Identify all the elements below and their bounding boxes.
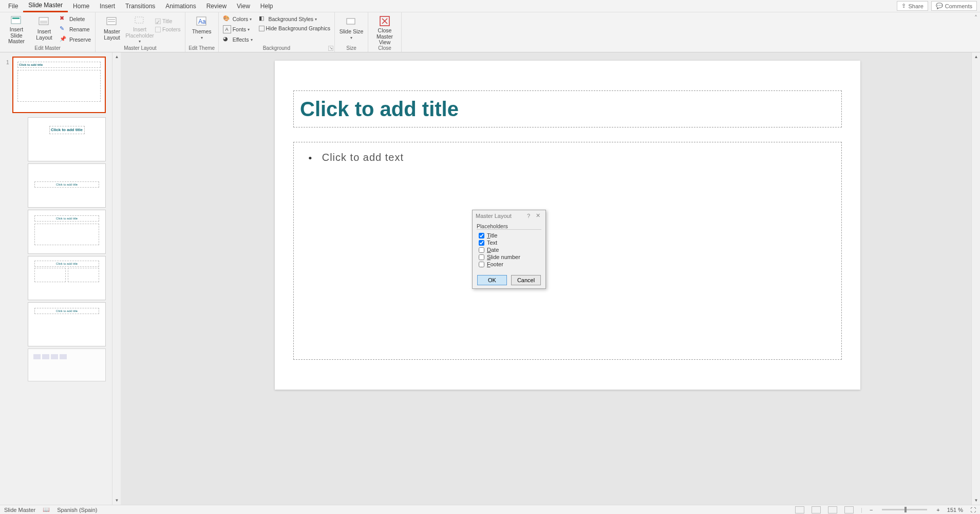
tab-help[interactable]: Help (255, 1, 278, 12)
checkbox-icon[interactable] (479, 247, 484, 253)
thumb-title-ph: Click to add title (34, 308, 99, 314)
group-label: Close (371, 44, 398, 52)
view-slideshow-button[interactable] (844, 506, 854, 513)
zoom-slider[interactable] (882, 509, 927, 510)
share-button[interactable]: ⇪Share (897, 1, 928, 11)
delete-icon: ✖ (60, 15, 68, 23)
group-label: Master Layout (99, 44, 182, 52)
checkbox-icon[interactable] (479, 233, 484, 238)
slide-size-button[interactable]: Slide Size▾ (338, 14, 365, 44)
tab-view[interactable]: View (232, 1, 255, 12)
comments-button[interactable]: 💬Comments (931, 1, 977, 11)
view-normal-button[interactable] (795, 506, 804, 513)
spellcheck-icon[interactable]: 📖 (43, 506, 50, 513)
status-language[interactable]: Spanish (Spain) (57, 507, 97, 513)
status-bar: Slide Master 📖 Spanish (Spain) | − + 151… (0, 505, 980, 514)
checkbox-text[interactable]: Text (477, 239, 541, 246)
dialog-close-button[interactable]: ✕ (533, 212, 542, 219)
slide-master-canvas[interactable]: Click to add title Click to add text (275, 61, 860, 390)
checkbox-icon[interactable] (479, 254, 484, 260)
master-layout-button[interactable]: Master Layout (99, 14, 125, 44)
delete-button[interactable]: ✖Delete (59, 14, 92, 24)
effects-icon: ◕ (223, 35, 231, 44)
tab-transitions[interactable]: Transitions (120, 1, 160, 12)
dialog-help-button[interactable]: ? (524, 213, 533, 219)
panel-scrollbar[interactable]: ▲ ▼ (112, 52, 121, 505)
preserve-button[interactable]: 📌Preserve (59, 35, 92, 44)
hide-bg-checkbox[interactable]: Hide Background Graphics (258, 25, 331, 32)
collapse-ribbon-button[interactable]: ˄ (972, 12, 980, 52)
tab-file[interactable]: File (3, 1, 23, 12)
slide-workspace[interactable]: Click to add title Click to add text Mas… (121, 52, 971, 505)
zoom-in-button[interactable]: + (936, 507, 939, 513)
insert-layout-button[interactable]: Insert Layout (31, 14, 58, 44)
checkbox-title[interactable]: Title (477, 232, 541, 239)
checkbox-date[interactable]: Date (477, 246, 541, 253)
insert-slide-master-button[interactable]: Insert Slide Master (3, 14, 30, 44)
workspace-scrollbar[interactable]: ▲ ▼ (971, 52, 980, 505)
tab-home[interactable]: Home (68, 1, 95, 12)
dialog-title: Master Layout (476, 213, 524, 219)
rename-button[interactable]: ✎Rename (59, 25, 92, 34)
layout-thumbnail[interactable]: Click to add title (28, 210, 106, 254)
title-placeholder[interactable]: Click to add title (293, 90, 842, 127)
zoom-level[interactable]: 151 % (947, 507, 963, 513)
checkbox-slide-number[interactable]: Slide number (477, 253, 541, 261)
fit-to-window-button[interactable]: ⛶ (970, 507, 976, 513)
insert-slide-master-icon (10, 15, 23, 26)
group-size: Slide Size▾ Size (335, 12, 368, 52)
tab-animations[interactable]: Animations (160, 1, 201, 12)
thumb-body-ph (34, 268, 66, 282)
group-close: Close Master View Close (368, 12, 402, 52)
thumb-body-ph (68, 268, 99, 282)
checkbox-icon[interactable] (479, 262, 484, 267)
master-number: 1 (6, 60, 9, 65)
group-label: Edit Master (3, 44, 92, 52)
scroll-down-icon[interactable]: ▼ (112, 496, 121, 505)
colors-icon: 🎨 (223, 15, 231, 23)
title-checkbox[interactable]: ✓Title (154, 17, 182, 25)
svg-rect-3 (40, 21, 47, 24)
thumb-title-ph: Click to add title (34, 181, 99, 188)
tab-insert[interactable]: Insert (95, 1, 120, 12)
preserve-icon: 📌 (60, 35, 68, 44)
layout-thumbnail[interactable]: Click to add title (28, 302, 106, 346)
colors-button[interactable]: 🎨Colors ▾ (222, 14, 254, 24)
tab-review[interactable]: Review (201, 1, 232, 12)
body-placeholder[interactable]: Click to add text (293, 142, 842, 360)
thumb-title-ph: Click to add title (34, 215, 99, 222)
footers-checkbox[interactable]: Footers (154, 26, 182, 33)
group-label: Edit Theme (189, 44, 215, 52)
thumb-body-ph (60, 354, 67, 359)
fonts-button[interactable]: AFonts ▾ (222, 25, 254, 34)
layout-thumbnail[interactable]: Click to add title (28, 163, 106, 208)
ok-button[interactable]: OK (477, 275, 507, 285)
checkbox-icon[interactable] (479, 240, 484, 246)
group-label: Size (338, 44, 365, 52)
master-thumbnail[interactable]: 1 Click to add title (12, 57, 106, 113)
background-styles-button[interactable]: ◧Background Styles ▾ (258, 14, 331, 24)
dialog-titlebar[interactable]: Master Layout ? ✕ (473, 210, 545, 221)
zoom-out-button[interactable]: − (870, 507, 873, 513)
themes-button[interactable]: Aa Themes▾ (189, 14, 215, 44)
checkbox-footer[interactable]: Footer (477, 261, 541, 268)
close-master-button[interactable]: Close Master View (371, 14, 398, 44)
dialog-launcher[interactable]: ↘ (328, 46, 333, 51)
group-label: Background (222, 44, 331, 52)
cancel-button[interactable]: Cancel (511, 275, 541, 285)
scroll-up-icon[interactable]: ▲ (972, 52, 980, 61)
thumb-title-ph: Click to add title (34, 261, 99, 267)
scroll-up-icon[interactable]: ▲ (112, 52, 121, 61)
layout-thumbnail[interactable] (28, 348, 106, 381)
menu-bar: File Slide Master Home Insert Transition… (0, 0, 980, 12)
effects-button[interactable]: ◕Effects ▾ (222, 35, 254, 44)
view-sorter-button[interactable] (812, 506, 821, 513)
tab-slide-master[interactable]: Slide Master (23, 0, 68, 12)
insert-placeholder-button[interactable]: Insert Placeholder▾ (126, 14, 153, 44)
scroll-down-icon[interactable]: ▼ (972, 496, 980, 505)
layout-thumbnail[interactable]: Click to add title (28, 117, 106, 161)
view-reading-button[interactable] (828, 506, 837, 513)
rename-icon: ✎ (60, 25, 68, 33)
work-area: 1 Click to add title Click to add title … (0, 52, 980, 505)
layout-thumbnail[interactable]: Click to add title (28, 256, 106, 300)
